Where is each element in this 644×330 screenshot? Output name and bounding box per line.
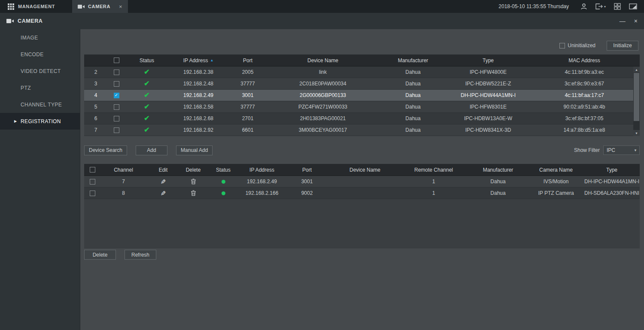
manufacturer-cell: Dahua bbox=[379, 124, 447, 136]
sidebar-item-ptz[interactable]: PTZ bbox=[0, 79, 80, 96]
tab-close-icon[interactable]: × bbox=[119, 3, 122, 10]
logout-icon[interactable]: ▾ bbox=[595, 3, 606, 9]
row-index: 6 bbox=[84, 113, 107, 124]
mac-address-cell: 3c:ef:8c:bf:37:05 bbox=[529, 113, 640, 124]
row-checkbox-cell: ✓ bbox=[107, 90, 125, 101]
added-channels-table: ChannelEditDeleteStatusIP AddressPortDev… bbox=[84, 164, 640, 248]
row-checkbox[interactable] bbox=[114, 70, 119, 75]
channel-header-delete[interactable]: Delete bbox=[180, 164, 206, 176]
edit-icon[interactable]: ✎ bbox=[161, 190, 166, 197]
channel-header-device-name[interactable]: Device Name bbox=[331, 164, 399, 176]
device-header-status[interactable]: Status bbox=[125, 54, 168, 66]
device-name-cell: link bbox=[267, 67, 379, 78]
device-search-table: StatusIP Address▲PortDevice NameManufact… bbox=[84, 54, 640, 136]
device-table-row[interactable]: 2✔192.168.2.382005linkDahuaIPC-HFW4800E4… bbox=[84, 67, 640, 78]
row-checkbox[interactable] bbox=[114, 81, 119, 87]
channel-header-port[interactable]: Port bbox=[283, 164, 331, 176]
device-name-cell: 2C018E0PAW00034 bbox=[267, 78, 379, 89]
sidebar-item-video-detect[interactable]: VIDEO DETECT bbox=[0, 63, 80, 79]
sidebar-item-registration[interactable]: ▶REGISTRATION bbox=[0, 113, 80, 130]
user-icon[interactable] bbox=[580, 3, 587, 10]
channel-header-type[interactable]: Type bbox=[584, 164, 640, 176]
channel-table-row[interactable]: 7✎192.168.2.4930011DahuaIVS/MotionDH-IPC… bbox=[84, 176, 640, 188]
manufacturer-cell: Dahua bbox=[379, 67, 447, 78]
uninitialized-checkbox[interactable] bbox=[559, 43, 565, 48]
device-name-cell bbox=[331, 176, 399, 187]
type-cell: DH-SD6ALA230FN-HNI bbox=[584, 188, 640, 199]
channel-header-camera-name[interactable]: Camera Name bbox=[528, 164, 584, 176]
channel-header-manufacturer[interactable]: Manufacturer bbox=[468, 164, 528, 176]
refresh-button[interactable]: Refresh bbox=[125, 250, 156, 260]
select-all-checkbox[interactable] bbox=[114, 58, 119, 63]
device-table-row[interactable]: 4✓✔192.168.2.4930012G00006GBP00133DahuaD… bbox=[84, 90, 640, 101]
scroll-up-icon[interactable]: ▲ bbox=[633, 67, 640, 73]
edit-icon[interactable]: ✎ bbox=[161, 179, 166, 185]
device-header-ip-address[interactable]: IP Address▲ bbox=[168, 54, 228, 66]
sidebar-item-channel-type[interactable]: CHANNEL TYPE bbox=[0, 96, 80, 113]
device-header-port[interactable]: Port bbox=[228, 54, 267, 66]
status-ok-icon: ✔ bbox=[144, 80, 149, 87]
row-index: 3 bbox=[84, 78, 107, 89]
channel-table-row[interactable]: 8✎192.168.2.16690021DahuaIP PTZ CameraDH… bbox=[84, 188, 640, 199]
tab-camera[interactable]: CAMERA × bbox=[72, 0, 128, 13]
show-filter-dropdown[interactable]: IPC ▼ bbox=[603, 145, 640, 155]
channel-header-edit[interactable]: Edit bbox=[146, 164, 180, 176]
sidebar-item-encode[interactable]: ENCODE bbox=[0, 46, 80, 63]
row-checkbox-cell bbox=[107, 67, 125, 78]
port-cell: 3001 bbox=[228, 90, 267, 101]
device-header-type[interactable]: Type bbox=[447, 54, 529, 66]
sidebar-item-label: ENCODE bbox=[21, 51, 44, 58]
device-search-button[interactable]: Device Search bbox=[84, 145, 127, 155]
manufacturer-cell: Dahua bbox=[379, 90, 447, 101]
header-label: Status bbox=[140, 58, 154, 64]
device-header-manufacturer[interactable]: Manufacturer bbox=[379, 54, 447, 66]
row-index-header bbox=[84, 54, 107, 66]
row-checkbox[interactable] bbox=[90, 191, 95, 196]
sidebar-item-image[interactable]: IMAGE bbox=[0, 29, 80, 46]
delete-icon[interactable] bbox=[191, 190, 196, 196]
channel-header-status[interactable]: Status bbox=[206, 164, 240, 176]
uninitialized-label: Uninitialized bbox=[568, 42, 595, 48]
channel-header-ip-address[interactable]: IP Address bbox=[240, 164, 283, 176]
status-cell bbox=[206, 176, 240, 187]
device-header-mac-address[interactable]: MAC Address bbox=[529, 54, 640, 66]
mac-address-cell: 90:02:a9:51:ab:4b bbox=[529, 101, 640, 112]
header-label: MAC Address bbox=[568, 58, 600, 64]
scrollbar-thumb[interactable] bbox=[634, 73, 639, 121]
display-icon[interactable] bbox=[629, 3, 637, 10]
close-button[interactable]: × bbox=[634, 18, 638, 24]
device-table-row[interactable]: 7✔192.168.2.9266013M00BCEYAG00017DahuaIP… bbox=[84, 124, 640, 136]
status-cell bbox=[206, 188, 240, 199]
initialize-button[interactable]: Initialize bbox=[607, 41, 638, 51]
device-table-row[interactable]: 6✔192.168.2.6827012H01383PAG00021DahuaIP… bbox=[84, 113, 640, 124]
device-header-device-name[interactable]: Device Name bbox=[267, 54, 379, 66]
row-checkbox[interactable] bbox=[90, 179, 95, 185]
row-checkbox[interactable]: ✓ bbox=[114, 93, 119, 98]
device-table-row[interactable]: 3✔192.168.2.48377772C018E0PAW00034DahuaI… bbox=[84, 78, 640, 90]
remote-channel-cell: 1 bbox=[399, 176, 468, 187]
row-checkbox[interactable] bbox=[114, 104, 119, 110]
delete-button[interactable]: Delete bbox=[84, 250, 116, 260]
add-button[interactable]: Add bbox=[136, 145, 167, 155]
status-cell: ✔ bbox=[125, 124, 168, 136]
row-checkbox[interactable] bbox=[114, 116, 119, 121]
row-checkbox-cell bbox=[84, 188, 101, 199]
device-actions-toolbar: Device Search Add Manual Add Show Filter… bbox=[84, 145, 640, 155]
row-checkbox[interactable] bbox=[114, 127, 119, 133]
delete-icon[interactable] bbox=[191, 179, 196, 185]
device-table-row[interactable]: 5✔192.168.2.5837777PZC4FW271W00033DahuaI… bbox=[84, 101, 640, 113]
port-cell: 6601 bbox=[228, 124, 267, 136]
channel-layout-icon[interactable] bbox=[614, 3, 621, 10]
manual-add-button[interactable]: Manual Add bbox=[176, 145, 213, 155]
minimize-button[interactable]: — bbox=[620, 18, 626, 24]
management-menu-button[interactable]: MANAGEMENT bbox=[0, 0, 63, 13]
row-checkbox-cell bbox=[84, 176, 101, 187]
channel-header-remote-channel[interactable]: Remote Channel bbox=[399, 164, 468, 176]
select-all-checkbox[interactable] bbox=[90, 167, 95, 173]
vertical-scrollbar[interactable]: ▲ ▼ bbox=[633, 67, 640, 136]
type-cell: IPC-HDW8341X-3D bbox=[447, 124, 529, 136]
scroll-down-icon[interactable]: ▼ bbox=[633, 130, 640, 136]
port-cell: 2005 bbox=[228, 67, 267, 78]
manufacturer-cell: Dahua bbox=[379, 113, 447, 124]
channel-header-channel[interactable]: Channel bbox=[101, 164, 146, 176]
